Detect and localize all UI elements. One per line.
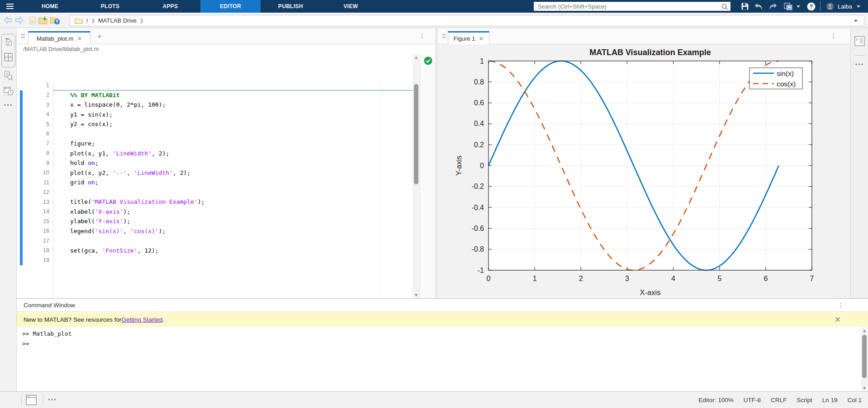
banner-close-icon[interactable]: ✕: [835, 315, 841, 324]
command-window-kebab-icon[interactable]: ⋮: [838, 301, 844, 309]
getting-started-banner: New to MATLAB? See resources for Getting…: [17, 312, 868, 327]
code-line[interactable]: 4y1 = sin(x);: [17, 110, 413, 120]
user-menu[interactable]: Laiba: [838, 0, 860, 13]
getting-started-link[interactable]: Getting Started: [122, 316, 163, 323]
command-window-title: Command Window: [24, 302, 75, 309]
breadcrumb-folder[interactable]: MATLAB Drive: [98, 17, 137, 24]
panels-layout-icon[interactable]: [3, 52, 14, 63]
figure-canvas[interactable]: 01234567-1-0.8-0.6-0.4-0.200.20.40.60.81…: [438, 44, 850, 298]
code-line[interactable]: 14xlabel('X-axis');: [17, 207, 413, 217]
code-line[interactable]: 15ylabel('Y-axis');: [17, 216, 413, 226]
code-line[interactable]: 13title('MATLAB Visualization Example');: [17, 197, 413, 207]
code-line[interactable]: 18set(gca, 'FontSize', 12);: [17, 246, 413, 256]
close-icon[interactable]: ✕: [479, 35, 484, 42]
code-analyzer-ok-icon[interactable]: [424, 56, 432, 65]
redo-icon[interactable]: [767, 0, 779, 13]
svg-text:Y-axis: Y-axis: [455, 155, 463, 175]
files-panel-icon[interactable]: [3, 36, 14, 47]
right-strip-more-icon[interactable]: •••: [854, 59, 865, 70]
code-line[interactable]: 17: [17, 236, 413, 246]
command-window-toggle-icon[interactable]: [26, 395, 37, 407]
status-item: CRLF: [771, 397, 787, 403]
code-line[interactable]: 11grid on;: [17, 178, 413, 188]
hamburger-icon[interactable]: [0, 0, 20, 13]
svg-text:-0.2: -0.2: [471, 183, 484, 190]
breadcrumb-caret-icon[interactable]: [854, 20, 858, 22]
code-line[interactable]: 6: [17, 129, 413, 139]
code-line[interactable]: 2%% BY MATLABit: [17, 90, 413, 100]
scroll-up-icon[interactable]: ▲: [861, 328, 868, 334]
command-window-header: Command Window ⋮: [17, 299, 868, 312]
figure-menu-kebab-icon[interactable]: ⋮: [830, 32, 837, 39]
editor-tab-matlab-plot[interactable]: Matlab_plot.m ✕: [28, 31, 90, 44]
nav-tab-apps[interactable]: APPS: [140, 0, 200, 13]
open-file-icon[interactable]: [38, 15, 49, 26]
svg-text:-0.6: -0.6: [471, 225, 484, 232]
code-line[interactable]: 16legend('sin(x)', 'cos(x)');: [17, 226, 413, 236]
line-number: 17: [17, 238, 49, 244]
forward-icon[interactable]: [14, 15, 24, 26]
save-icon[interactable]: [739, 0, 751, 13]
console-scrollbar[interactable]: ▲ ▼: [861, 328, 868, 391]
code-line[interactable]: 5y2 = cos(x);: [17, 119, 413, 129]
new-tab-icon[interactable]: +: [97, 32, 102, 41]
editor-scrollbar[interactable]: ▲ ▼: [413, 54, 420, 298]
editor-menu-kebab-icon[interactable]: ⋮: [419, 32, 425, 39]
display-windows-caret-icon[interactable]: [795, 0, 802, 13]
svg-text:4: 4: [671, 275, 675, 282]
command-window: Command Window ⋮ New to MATLAB? See reso…: [17, 298, 868, 391]
matlab-drive-upload-icon[interactable]: [49, 15, 60, 26]
command-window-panel-icon[interactable]: [854, 35, 865, 47]
user-avatar-icon[interactable]: [824, 0, 836, 13]
status-right-group: Editor: 100%UTF-8CRLFScriptLn 19Col 1: [698, 392, 862, 408]
code-line[interactable]: 12: [17, 188, 413, 197]
code-line[interactable]: 9hold on;: [17, 158, 413, 168]
sidebar-more-icon[interactable]: •••: [3, 99, 14, 111]
code-editor[interactable]: 12%% BY MATLABit3x = linspace(0, 2*pi, 1…: [17, 54, 413, 298]
code-line[interactable]: 10plot(x, y2, '--', 'LineWidth', 2);: [17, 168, 413, 178]
search-icon[interactable]: [721, 4, 728, 10]
left-sidebar: •••: [0, 28, 17, 298]
find-files-icon[interactable]: [3, 70, 14, 81]
quick-access-toolbar: / ❯ MATLAB Drive ❯: [0, 13, 868, 28]
line-number: 11: [17, 179, 49, 186]
nav-tab-plots[interactable]: PLOTS: [80, 0, 140, 13]
svg-text:1: 1: [480, 57, 484, 65]
console-scroll-thumb[interactable]: [862, 335, 867, 378]
code-line[interactable]: 8plot(x, y1, 'LineWidth', 2);: [17, 149, 413, 159]
code-line[interactable]: 7figure;: [17, 139, 413, 149]
figure-panel: Figure 1 ✕ ⋮ 01234567-1-0.8-0.6-0.4-0.20…: [438, 28, 850, 298]
user-caret-icon: [857, 5, 860, 8]
nav-tab-view[interactable]: VIEW: [321, 0, 381, 13]
panel-grip-icon[interactable]: [442, 34, 446, 39]
code-line[interactable]: 19: [17, 255, 413, 265]
breadcrumb-root[interactable]: /: [86, 17, 88, 24]
nav-tab-publish[interactable]: PUBLISH: [261, 0, 321, 13]
panel-grip-icon[interactable]: [21, 34, 25, 39]
scroll-down-icon[interactable]: ▼: [861, 385, 868, 391]
code-line[interactable]: 3x = linspace(0, 2*pi, 100);: [17, 100, 413, 110]
display-windows-icon[interactable]: [782, 0, 795, 13]
scroll-up-icon[interactable]: ▲: [413, 54, 420, 61]
nav-tab-home[interactable]: HOME: [20, 0, 80, 13]
status-bar: ••• Editor: 100%UTF-8CRLFScriptLn 19Col …: [0, 391, 868, 408]
search-input[interactable]: [534, 2, 730, 11]
undo-icon[interactable]: [753, 0, 764, 13]
new-script-icon-disabled[interactable]: [27, 15, 38, 26]
code-line[interactable]: 1: [17, 80, 413, 90]
nav-tab-editor[interactable]: EDITOR: [200, 0, 261, 13]
chevron-right-icon: ❯: [140, 18, 143, 23]
help-icon[interactable]: ?: [805, 0, 817, 13]
svg-text:1: 1: [533, 275, 537, 282]
svg-text:cos(x): cos(x): [777, 80, 796, 88]
statusbar-more-icon[interactable]: •••: [48, 396, 57, 403]
editor-scroll-thumb[interactable]: [414, 84, 418, 184]
scroll-down-icon[interactable]: ▼: [413, 292, 420, 298]
figure-tab[interactable]: Figure 1 ✕: [448, 31, 489, 44]
editor-file-path: /MATLAB Drive/Matlab_plot.m: [17, 44, 435, 54]
back-icon[interactable]: [3, 15, 14, 26]
svg-text:-0.8: -0.8: [471, 245, 484, 253]
close-icon[interactable]: ✕: [77, 35, 82, 42]
chevron-right-icon: ❯: [91, 18, 95, 23]
line-number: 7: [17, 141, 49, 147]
